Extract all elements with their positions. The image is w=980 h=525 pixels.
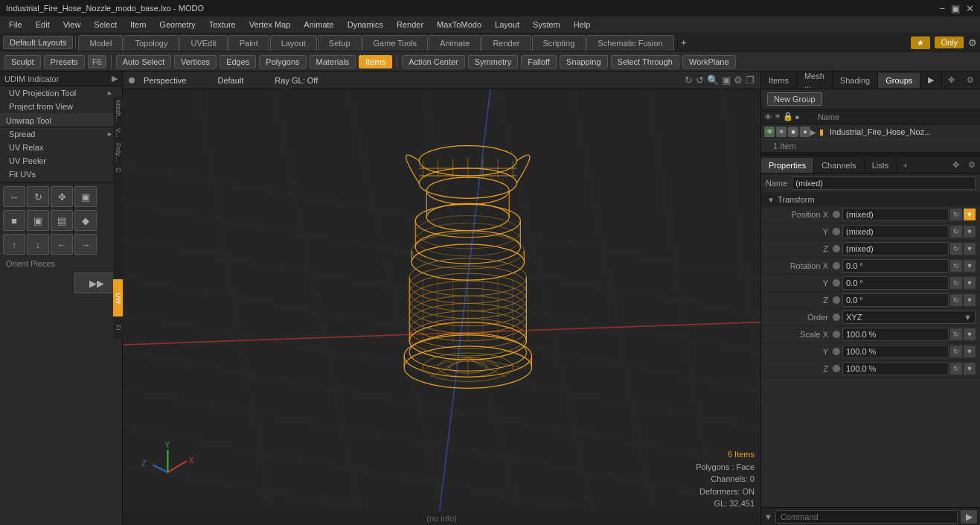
tab-model[interactable]: Model (78, 35, 123, 51)
viewport-reset-icon[interactable]: ↺ (696, 74, 704, 86)
menu-item[interactable]: Item (124, 19, 152, 31)
tool-icon-12[interactable]: → (74, 234, 97, 255)
pos-y-lock-icon[interactable]: ▼ (964, 226, 976, 238)
tab-animate[interactable]: Animate (429, 35, 481, 51)
props-tab-plus[interactable]: + (897, 158, 913, 173)
uv-peeler-item[interactable]: UV Peeler (0, 154, 122, 168)
name-value[interactable]: (mixed) (792, 176, 976, 190)
sculpt-button[interactable]: Sculpt (4, 55, 41, 69)
materials-button[interactable]: Materials (310, 55, 356, 69)
expand-btn[interactable]: ▶▶ (74, 273, 119, 293)
menu-maxtomodo[interactable]: MaxToModo (431, 19, 487, 31)
rot-z-reset-icon[interactable]: ↻ (950, 294, 962, 306)
vertices-button[interactable]: Vertices (174, 55, 217, 69)
scale-y-reset-icon[interactable]: ↻ (950, 346, 962, 357)
spread-item[interactable]: Spread ► (0, 127, 122, 141)
viewport-settings-icon[interactable]: ⚙ (734, 74, 743, 86)
pos-x-reset-icon[interactable]: ↻ (950, 209, 962, 220)
rot-x-reset-icon[interactable]: ↻ (950, 260, 962, 272)
uv-projection-item[interactable]: UV Projection Tool ► (0, 86, 122, 100)
snapping-button[interactable]: Snapping (560, 55, 608, 69)
position-y-value[interactable]: (mixed) (842, 225, 949, 238)
tab-uvedit[interactable]: UVEdit (179, 35, 227, 51)
menu-select[interactable]: Select (88, 19, 123, 31)
menu-vertex-map[interactable]: Vertex Map (243, 19, 297, 31)
tool-icon-8[interactable]: ◆ (74, 210, 97, 231)
right-gear-icon[interactable]: ⚙ (961, 72, 980, 88)
tab-render[interactable]: Render (481, 35, 531, 51)
auto-select-button[interactable]: Auto Select (116, 55, 171, 69)
tool-icon-3[interactable]: ✥ (51, 186, 73, 207)
project-from-view-item[interactable]: Project from View (0, 100, 122, 113)
rot-z-lock-icon[interactable]: ▼ (964, 294, 976, 306)
tool-icon-2[interactable]: ↻ (27, 186, 49, 207)
tool-icon-1[interactable]: ↔ (3, 186, 25, 207)
tab-properties[interactable]: Properties (761, 158, 814, 173)
tool-icon-9[interactable]: ↑ (3, 234, 25, 255)
rotation-y-value[interactable]: 0.0 ° (842, 276, 949, 290)
group-render-icon[interactable]: ☀ (776, 127, 787, 137)
scale-x-lock-icon[interactable]: ▼ (964, 328, 976, 340)
transform-section-header[interactable]: ▼ Transform (761, 193, 980, 206)
tab-gear-icon[interactable]: ⚙ (968, 37, 977, 48)
props-expand-icon[interactable]: ✥ (948, 157, 964, 173)
scale-z-lock-icon[interactable]: ▼ (964, 363, 976, 375)
action-center-button[interactable]: Action Center (402, 55, 465, 69)
rotation-z-value[interactable]: 0.0 ° (842, 293, 949, 307)
group-row-1[interactable]: 👁 ☀ ■ ● ▶ ▮ Industrial_Fire_Hose_Noz... (761, 124, 980, 140)
scale-y-lock-icon[interactable]: ▼ (964, 346, 976, 357)
tool-icon-4[interactable]: ▣ (74, 186, 97, 207)
tab-setup[interactable]: Setup (318, 35, 362, 51)
only-button[interactable]: Only (935, 36, 964, 48)
maximize-icon[interactable]: ▣ (951, 3, 960, 14)
tab-topology[interactable]: Topology (124, 35, 179, 51)
viewport-fit-icon[interactable]: ▣ (722, 74, 731, 86)
group-eye-icon[interactable]: 👁 (764, 127, 775, 137)
edges-button[interactable]: Edges (220, 55, 256, 69)
tab-mesh[interactable]: Mesh ... (797, 69, 833, 92)
items-button[interactable]: Items (359, 55, 392, 69)
tool-icon-11[interactable]: ← (51, 234, 73, 255)
group-prop-icon[interactable]: ● (800, 127, 810, 137)
rot-y-lock-icon[interactable]: ▼ (964, 277, 976, 289)
scale-z-reset-icon[interactable]: ↻ (950, 363, 962, 375)
tab-groups[interactable]: Groups (878, 73, 920, 88)
tab-lists[interactable]: Lists (865, 158, 897, 173)
menu-animate[interactable]: Animate (298, 19, 339, 31)
props-gear-icon[interactable]: ⚙ (964, 157, 980, 173)
viewport-expand-icon[interactable]: ❒ (746, 74, 755, 86)
pos-z-lock-icon[interactable]: ▼ (964, 243, 976, 255)
select-through-button[interactable]: Select Through (611, 55, 679, 69)
tab-layout[interactable]: Layout (270, 35, 317, 51)
menu-edit[interactable]: Edit (30, 19, 56, 31)
new-group-button[interactable]: New Group (767, 92, 822, 106)
rotation-x-value[interactable]: 0.0 ° (842, 259, 949, 273)
menu-texture[interactable]: Texture (203, 19, 242, 31)
tool-icon-10[interactable]: ↓ (27, 234, 49, 255)
pos-x-lock-icon[interactable]: ▼ (964, 209, 976, 220)
tab-game-tools[interactable]: Game Tools (362, 35, 429, 51)
scale-x-value[interactable]: 100.0 % (842, 328, 949, 341)
menu-geometry[interactable]: Geometry (153, 19, 201, 31)
tool-icon-7[interactable]: ▤ (51, 210, 73, 231)
window-controls[interactable]: − ▣ ✕ (939, 3, 974, 14)
group-lock-icon[interactable]: ■ (788, 127, 798, 137)
menu-render[interactable]: Render (391, 19, 429, 31)
polygons-button[interactable]: Polygons (259, 55, 306, 69)
position-x-value[interactable]: (mixed) (842, 208, 949, 221)
viewport[interactable]: Perspective Default Ray GL: Off ↻ ↺ 🔍 ▣ … (123, 71, 760, 525)
rot-x-lock-icon[interactable]: ▼ (964, 260, 976, 272)
falloff-button[interactable]: Falloff (521, 55, 557, 69)
scale-y-value[interactable]: 100.0 % (842, 345, 949, 358)
presets-button[interactable]: Presets (44, 55, 85, 69)
tab-paint[interactable]: Paint (228, 35, 269, 51)
menu-dynamics[interactable]: Dynamics (342, 19, 389, 31)
tab-items[interactable]: Items (761, 73, 797, 88)
position-z-value[interactable]: (mixed) (842, 242, 949, 255)
tool-icon-5[interactable]: ■ (3, 210, 25, 231)
add-tab-button[interactable]: + (675, 34, 693, 51)
tab-scripting[interactable]: Scripting (532, 35, 586, 51)
default-layouts-dropdown[interactable]: Default Layouts (3, 36, 73, 49)
symmetry-button[interactable]: Symmetry (468, 55, 519, 69)
menu-file[interactable]: File (3, 19, 28, 31)
